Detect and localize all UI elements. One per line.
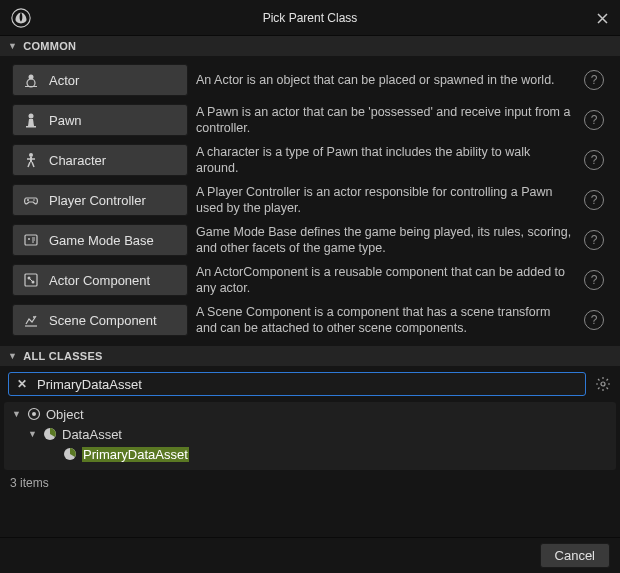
class-button-game-mode-base[interactable]: Game Mode Base xyxy=(12,224,188,256)
class-button-player-controller[interactable]: Player Controller xyxy=(12,184,188,216)
svg-point-15 xyxy=(601,382,605,386)
tree-item-object[interactable]: ▼ Object xyxy=(12,404,608,424)
chevron-down-icon: ▼ xyxy=(8,41,17,51)
class-desc: Game Mode Base defines the game being pl… xyxy=(196,224,576,257)
help-button[interactable]: ? xyxy=(584,150,604,170)
tree-item-dataasset[interactable]: ▼ DataAsset xyxy=(12,424,608,444)
class-button-character[interactable]: Character xyxy=(12,144,188,176)
class-desc: An ActorComponent is a reusable componen… xyxy=(196,264,576,297)
svg-rect-9 xyxy=(25,235,37,245)
items-count: 3 items xyxy=(0,470,620,496)
svg-point-8 xyxy=(33,199,35,201)
chevron-down-icon: ▼ xyxy=(12,409,24,419)
class-row-game-mode-base: Game Mode Base Game Mode Base defines th… xyxy=(4,220,616,260)
all-classes-section-label: ALL CLASSES xyxy=(23,350,103,362)
unreal-logo xyxy=(10,7,32,29)
class-label: Character xyxy=(49,153,106,168)
chevron-down-icon: ▼ xyxy=(28,429,40,439)
help-button[interactable]: ? xyxy=(584,70,604,90)
svg-rect-3 xyxy=(25,86,37,87)
class-row-actor-component: Actor Component An ActorComponent is a r… xyxy=(4,260,616,300)
svg-rect-5 xyxy=(26,126,36,128)
class-row-pawn: Pawn A Pawn is an actor that can be 'pos… xyxy=(4,100,616,140)
chevron-down-icon: ▼ xyxy=(8,351,17,361)
settings-button[interactable] xyxy=(594,375,612,393)
class-label: Game Mode Base xyxy=(49,233,154,248)
svg-point-2 xyxy=(29,75,34,80)
class-row-player-controller: Player Controller A Player Controller is… xyxy=(4,180,616,220)
class-desc: An Actor is an object that can be placed… xyxy=(196,72,576,88)
class-label: Pawn xyxy=(49,113,82,128)
tree-item-primarydataasset[interactable]: PrimaryDataAsset xyxy=(12,444,608,464)
class-button-scene-component[interactable]: Scene Component xyxy=(12,304,188,336)
footer: Cancel xyxy=(0,537,620,573)
class-button-actor-component[interactable]: Actor Component xyxy=(12,264,188,296)
cancel-button[interactable]: Cancel xyxy=(540,543,610,568)
help-button[interactable]: ? xyxy=(584,190,604,210)
class-desc: A character is a type of Pawn that inclu… xyxy=(196,144,576,177)
class-row-character: Character A character is a type of Pawn … xyxy=(4,140,616,180)
svg-point-1 xyxy=(27,79,35,87)
common-section-label: COMMON xyxy=(23,40,76,52)
svg-point-4 xyxy=(29,114,34,119)
svg-point-10 xyxy=(28,238,30,240)
all-classes-section-header[interactable]: ▼ ALL CLASSES xyxy=(0,346,620,366)
tree-label: Object xyxy=(46,407,84,422)
object-icon xyxy=(26,406,42,422)
search-container: ✕ xyxy=(8,372,586,396)
search-input[interactable] xyxy=(37,377,579,392)
svg-point-0 xyxy=(12,8,30,26)
help-button[interactable]: ? xyxy=(584,230,604,250)
class-desc: A Player Controller is an actor responsi… xyxy=(196,184,576,217)
class-label: Player Controller xyxy=(49,193,146,208)
class-button-actor[interactable]: Actor xyxy=(12,64,188,96)
help-button[interactable]: ? xyxy=(584,110,604,130)
class-label: Actor Component xyxy=(49,273,150,288)
window-title: Pick Parent Class xyxy=(263,11,358,25)
class-label: Scene Component xyxy=(49,313,157,328)
class-row-scene-component: Scene Component A Scene Component is a c… xyxy=(4,300,616,340)
dataasset-icon xyxy=(42,426,58,442)
svg-point-14 xyxy=(33,316,35,318)
help-button[interactable]: ? xyxy=(584,270,604,290)
svg-point-17 xyxy=(32,412,36,416)
class-row-actor: Actor An Actor is an object that can be … xyxy=(4,60,616,100)
titlebar: Pick Parent Class xyxy=(0,0,620,36)
tree-label-highlighted: PrimaryDataAsset xyxy=(82,447,189,462)
class-label: Actor xyxy=(49,73,79,88)
primarydataasset-icon xyxy=(62,446,78,462)
close-button[interactable] xyxy=(592,8,612,28)
common-class-list: Actor An Actor is an object that can be … xyxy=(0,56,620,346)
search-row: ✕ xyxy=(0,366,620,402)
help-button[interactable]: ? xyxy=(584,310,604,330)
class-tree: ▼ Object ▼ DataAsset PrimaryDataAsset xyxy=(4,402,616,470)
class-desc: A Scene Component is a component that ha… xyxy=(196,304,576,337)
tree-label: DataAsset xyxy=(62,427,122,442)
class-button-pawn[interactable]: Pawn xyxy=(12,104,188,136)
common-section-header[interactable]: ▼ COMMON xyxy=(0,36,620,56)
class-desc: A Pawn is an actor that can be 'possesse… xyxy=(196,104,576,137)
svg-point-6 xyxy=(29,153,33,157)
clear-search-icon[interactable]: ✕ xyxy=(15,377,29,391)
